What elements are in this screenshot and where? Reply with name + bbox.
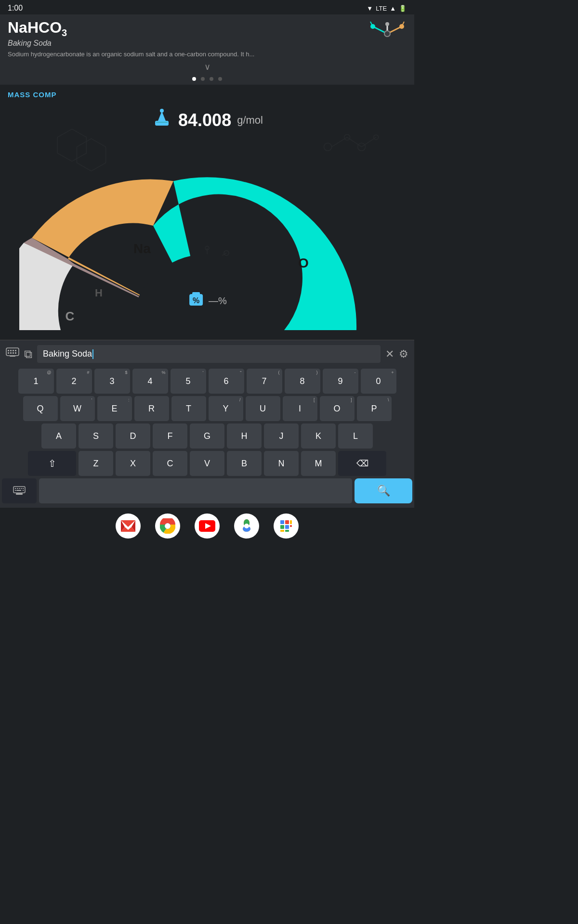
search-bar[interactable]: ⧉ Baking Soda ✕ ⚙: [0, 340, 414, 368]
page-dot-4[interactable]: [218, 77, 222, 81]
status-icons: ▼ LTE ▲ 🔋: [367, 5, 407, 12]
key-o[interactable]: ]O: [320, 396, 355, 421]
key-j[interactable]: J: [264, 424, 299, 449]
keyboard-settings-icon[interactable]: ⚙: [399, 348, 408, 360]
key-f[interactable]: F: [153, 424, 187, 449]
svg-rect-53: [15, 352, 16, 354]
gmail-icon[interactable]: [116, 513, 141, 539]
key-9[interactable]: -9: [323, 369, 358, 394]
space-row: 🔍: [2, 478, 412, 503]
chart-area: 84.008 g/mol: [0, 99, 414, 340]
keyboard-switch-key[interactable]: [2, 478, 37, 503]
svg-rect-50: [8, 352, 9, 354]
key-a[interactable]: A: [41, 424, 76, 449]
svg-point-79: [244, 524, 249, 528]
clipboard-icon[interactable]: ⧉: [24, 347, 32, 361]
key-8[interactable]: )8: [285, 369, 320, 394]
svg-rect-86: [280, 530, 284, 532]
keyboard-area[interactable]: ⧉ Baking Soda ✕ ⚙ @1 #2 $3 %4 '5 "6 (7 )…: [0, 340, 414, 508]
svg-rect-55: [13, 487, 25, 493]
compound-info: NaHCO3 Baking Soda Sodium hydrogencarbon…: [8, 19, 254, 58]
page-dot-1[interactable]: [192, 77, 196, 81]
chrome-icon[interactable]: [155, 513, 180, 539]
molar-mass-value: 84.008: [178, 110, 231, 130]
search-submit-key[interactable]: 🔍: [355, 478, 412, 503]
key-0[interactable]: +0: [361, 369, 396, 394]
header: NaHCO3 Baking Soda Sodium hydrogencarbon…: [0, 14, 414, 75]
svg-rect-48: [13, 350, 14, 351]
signal-icon: ▲: [390, 5, 396, 12]
svg-rect-46: [8, 350, 9, 351]
key-6[interactable]: "6: [209, 369, 244, 394]
shift-key[interactable]: ⇧: [28, 451, 76, 476]
svg-rect-49: [15, 350, 16, 351]
search-input-text: Baking Soda: [43, 349, 92, 359]
percent-badge: % —%: [187, 291, 227, 311]
key-p[interactable]: \P: [357, 396, 392, 421]
svg-rect-45: [6, 348, 19, 356]
key-7[interactable]: (7: [247, 369, 282, 394]
key-e[interactable]: :E: [97, 396, 132, 421]
element-o-label: O: [298, 256, 309, 270]
svg-rect-39: [156, 122, 168, 123]
expand-chevron-icon[interactable]: ∨: [204, 62, 210, 72]
key-3[interactable]: $3: [94, 369, 130, 394]
element-na-label: Na: [133, 241, 151, 256]
key-1[interactable]: @1: [18, 369, 54, 394]
apps-icon[interactable]: [274, 513, 299, 539]
key-w[interactable]: 'W: [60, 396, 95, 421]
svg-text:%: %: [193, 296, 199, 305]
youtube-icon[interactable]: [195, 513, 220, 539]
key-t[interactable]: T: [171, 396, 206, 421]
key-v[interactable]: V: [190, 451, 224, 476]
key-q[interactable]: Q: [23, 396, 58, 421]
key-m[interactable]: M: [301, 451, 336, 476]
key-z[interactable]: Z: [79, 451, 113, 476]
svg-rect-87: [285, 530, 289, 532]
svg-rect-85: [290, 525, 292, 527]
page-dot-3[interactable]: [210, 77, 213, 81]
svg-rect-56: [15, 488, 16, 489]
key-b[interactable]: B: [227, 451, 262, 476]
key-g[interactable]: G: [190, 424, 224, 449]
molar-mass-unit: g/mol: [237, 114, 263, 127]
svg-rect-59: [21, 488, 22, 489]
key-i[interactable]: [I: [283, 396, 317, 421]
svg-rect-80: [280, 520, 284, 524]
key-4[interactable]: %4: [132, 369, 168, 394]
status-bar: 1:00 ▼ LTE ▲ 🔋: [0, 0, 414, 14]
zxcvbnm-row: ⇧ Z X C V B N M ⌫: [2, 451, 412, 476]
page-dot-2[interactable]: [201, 77, 205, 81]
photos-icon[interactable]: [234, 513, 259, 539]
keyboard-rows[interactable]: @1 #2 $3 %4 '5 "6 (7 )8 -9 +0 Q 'W :E R …: [0, 368, 414, 508]
svg-rect-57: [17, 488, 18, 489]
weight-icon: [151, 107, 172, 133]
key-u[interactable]: U: [246, 396, 280, 421]
svg-rect-64: [16, 493, 23, 495]
percent-icon: %: [187, 291, 205, 311]
bottom-dock: [0, 508, 414, 546]
key-2[interactable]: #2: [56, 369, 92, 394]
keyboard-toggle-icon[interactable]: [6, 347, 19, 361]
key-l[interactable]: L: [338, 424, 373, 449]
key-k[interactable]: K: [301, 424, 336, 449]
key-5[interactable]: '5: [171, 369, 206, 394]
key-d[interactable]: D: [116, 424, 150, 449]
svg-rect-36: [155, 121, 169, 126]
clear-search-button[interactable]: ✕: [385, 348, 394, 360]
expand-chevron-area[interactable]: ∨: [8, 58, 407, 75]
battery-icon: 🔋: [399, 5, 407, 12]
spacebar-key[interactable]: [39, 478, 352, 503]
backspace-key[interactable]: ⌫: [338, 451, 386, 476]
svg-point-72: [165, 524, 170, 528]
element-h-label: H: [95, 287, 103, 299]
key-h[interactable]: H: [227, 424, 262, 449]
key-s[interactable]: S: [79, 424, 113, 449]
key-r[interactable]: R: [134, 396, 169, 421]
key-n[interactable]: N: [264, 451, 299, 476]
key-c[interactable]: C: [153, 451, 187, 476]
search-input-field[interactable]: Baking Soda: [37, 345, 381, 363]
svg-rect-84: [285, 525, 289, 529]
key-y[interactable]: /Y: [209, 396, 243, 421]
key-x[interactable]: X: [116, 451, 150, 476]
